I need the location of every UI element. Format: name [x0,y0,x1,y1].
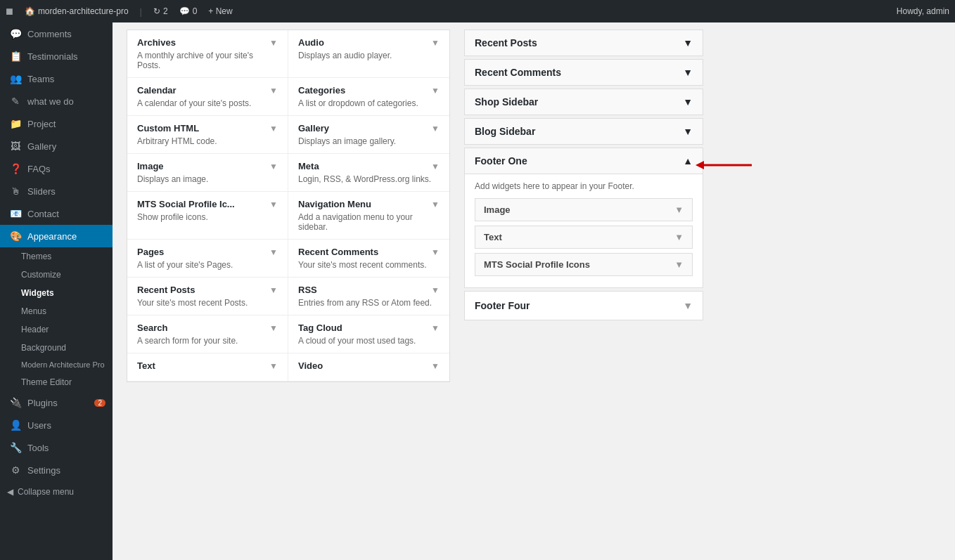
pages-chevron: ▼ [269,247,278,257]
widget-item-custom-html[interactable]: Custom HTML ▼ Arbitrary HTML code. [127,116,288,154]
calendar-chevron: ▼ [269,86,278,96]
widget-item-navigation-menu[interactable]: Navigation Menu ▼ Add a navigation menu … [288,192,449,240]
footer-text-chevron: ▼ [674,232,684,242]
widget-item-mts-social[interactable]: MTS Social Profile Ic... ▼ Show profile … [127,192,288,240]
recent-posts-chevron: ▼ [269,285,278,295]
area-blog-sidebar: Blog Sidebar ▼ [464,118,703,145]
nav-menu-chevron: ▼ [431,200,440,209]
sidebar-item-teams[interactable]: 👥 Teams [0,67,113,90]
sidebar-item-gallery[interactable]: 🖼 Gallery [0,135,113,157]
sidebar-areas-panel: Recent Posts ▼ Recent Comments ▼ [464,30,703,382]
appearance-icon: 🎨 [9,230,22,242]
area-footer-four: Footer Four ▼ [464,291,703,320]
widget-item-text[interactable]: Text ▼ [127,353,288,382]
image-chevron: ▼ [269,162,278,171]
categories-chevron: ▼ [431,86,440,96]
area-recent-comments-header[interactable]: Recent Comments ▼ [465,60,703,85]
footer-one-mts-widget[interactable]: MTS Social Profile Icons ▼ [475,253,693,276]
project-icon: 📁 [9,118,22,129]
area-blog-sidebar-chevron: ▼ [683,126,693,137]
gallery-icon: 🖼 [9,141,22,152]
widgets-arrow [0,286,4,300]
submenu-item-themes[interactable]: Themes [0,247,113,266]
comments-item[interactable]: 💬 0 [179,6,198,16]
sidebar-item-plugins[interactable]: 🔌 Plugins 2 [0,391,113,414]
admin-sidebar: 💬 Comments 📋 Testimonials 👥 Teams ✎ what… [0,22,113,560]
footer-one-arrow [696,158,752,172]
area-footer-one-header[interactable]: Footer One ▲ [465,148,703,174]
sidebar-item-settings[interactable]: ⚙ Settings [0,459,113,481]
faqs-icon: ❓ [9,163,22,174]
footer-one-image-widget[interactable]: Image ▼ [475,198,693,221]
mts-social-chevron: ▼ [269,200,278,209]
widgets-layout: Archives ▼ A monthly archive of your sit… [127,30,941,382]
tag-cloud-chevron: ▼ [431,323,440,333]
area-shop-sidebar-chevron: ▼ [683,96,693,108]
sidebar-item-faqs[interactable]: ❓ FAQs [0,157,113,180]
widget-item-categories[interactable]: Categories ▼ A list or dropdown of categ… [288,78,449,116]
text-chevron: ▼ [269,361,278,371]
widget-item-calendar[interactable]: Calendar ▼ A calendar of your site's pos… [127,78,288,116]
widget-item-audio[interactable]: Audio ▼ Displays an audio player. [288,30,449,78]
collapse-menu-button[interactable]: ◀ Collapse menu [0,481,113,502]
sidebar-item-testimonials[interactable]: 📋 Testimonials [0,45,113,67]
widget-item-search[interactable]: Search ▼ A search form for your site. [127,315,288,353]
available-widgets-panel: Archives ▼ A monthly archive of your sit… [127,30,450,382]
wordpress-logo[interactable]: ■ [6,4,13,19]
area-shop-sidebar: Shop Sidebar ▼ [464,89,703,115]
plugins-badge: 2 [94,399,105,407]
submenu-item-theme-editor[interactable]: Theme Editor [0,373,113,391]
widget-item-tag-cloud[interactable]: Tag Cloud ▼ A cloud of your most used ta… [288,315,449,353]
area-footer-four-header[interactable]: Footer Four ▼ [465,292,703,320]
area-shop-sidebar-header[interactable]: Shop Sidebar ▼ [465,89,703,115]
submenu-item-customize[interactable]: Customize [0,266,113,284]
search-chevron: ▼ [269,323,278,333]
sidebar-item-project[interactable]: 📁 Project [0,112,113,135]
what-we-do-icon: ✎ [9,96,22,107]
recent-comments-chevron: ▼ [431,247,440,257]
howdy-item[interactable]: Howdy, admin [897,6,949,16]
area-blog-sidebar-header[interactable]: Blog Sidebar ▼ [465,119,703,144]
sidebar-item-comments[interactable]: 💬 Comments [0,22,113,45]
widget-item-rss[interactable]: RSS ▼ Entries from any RSS or Atom feed. [288,278,449,315]
new-item[interactable]: + New [208,6,232,16]
site-name[interactable]: 🏠 morden-architecture-pro [25,6,129,16]
updates-item[interactable]: ↻ 2 [153,6,168,16]
widget-item-gallery[interactable]: Gallery ▼ Displays an image gallery. [288,116,449,154]
area-recent-posts-chevron: ▼ [683,37,693,48]
widget-item-recent-comments[interactable]: Recent Comments ▼ Your site's most recen… [288,240,449,278]
widget-item-archives[interactable]: Archives ▼ A monthly archive of your sit… [127,30,288,78]
footer-image-chevron: ▼ [674,204,684,215]
comments-icon: 💬 [9,28,22,39]
area-recent-posts-header[interactable]: Recent Posts ▼ [465,30,703,56]
sidebar-item-sliders[interactable]: 🖱 Sliders [0,180,113,202]
submenu-item-modern-arch[interactable]: Modern Architecture Pro [0,357,113,373]
sidebar-item-tools[interactable]: 🔧 Tools [0,436,113,459]
sidebar-item-users[interactable]: 👤 Users [0,414,113,436]
widget-item-pages[interactable]: Pages ▼ A list of your site's Pages. [127,240,288,278]
submenu-item-menus[interactable]: Menus [0,302,113,320]
testimonials-icon: 📋 [9,51,22,62]
sliders-icon: 🖱 [9,185,22,197]
sidebar-item-contact[interactable]: 📧 Contact [0,202,113,225]
submenu-item-background[interactable]: Background [0,339,113,357]
rss-chevron: ▼ [431,285,440,295]
sidebar-item-appearance[interactable]: 🎨 Appearance [0,225,113,247]
tools-icon: 🔧 [9,442,22,453]
users-icon: 👤 [9,419,22,431]
submenu-item-header[interactable]: Header [0,320,113,339]
archives-chevron: ▼ [269,38,278,48]
widget-item-image[interactable]: Image ▼ Displays an image. [127,154,288,192]
area-footer-one-content: Add widgets here to appear in your Foote… [465,174,703,287]
footer-one-text-widget[interactable]: Text ▼ [475,226,693,249]
area-recent-posts: Recent Posts ▼ [464,30,703,56]
submenu-item-widgets[interactable]: Widgets [0,284,113,302]
area-recent-comments: Recent Comments ▼ [464,59,703,86]
footer-mts-chevron: ▼ [674,259,684,270]
widget-item-recent-posts[interactable]: Recent Posts ▼ Your site's most recent P… [127,278,288,315]
video-chevron: ▼ [431,361,440,371]
sidebar-item-what-we-do[interactable]: ✎ what we do [0,90,113,112]
contact-icon: 📧 [9,208,22,219]
widget-item-meta[interactable]: Meta ▼ Login, RSS, & WordPress.org links… [288,154,449,192]
widget-item-video[interactable]: Video ▼ [288,353,449,382]
